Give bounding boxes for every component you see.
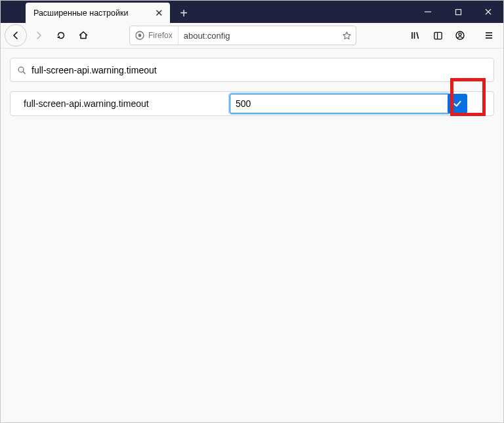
save-button[interactable] (448, 94, 467, 113)
url-identity-label: Firefox (148, 31, 173, 40)
about-config-content: full-screen-api.warning.timeout (1, 49, 503, 125)
search-icon (17, 66, 26, 75)
close-window-button[interactable] (473, 1, 503, 23)
window-titlebar: Расширенные настройки ✕ + (1, 1, 503, 23)
minimize-button[interactable] (413, 1, 443, 23)
firefox-logo-icon (135, 31, 144, 40)
config-search-box[interactable] (10, 58, 494, 82)
reload-button[interactable] (51, 25, 72, 46)
preference-name: full-screen-api.warning.timeout (24, 98, 230, 109)
close-tab-icon[interactable]: ✕ (153, 7, 165, 19)
navigation-toolbar: Firefox (1, 23, 503, 49)
svg-rect-1 (455, 9, 461, 14)
svg-line-8 (417, 32, 419, 39)
svg-line-17 (23, 71, 25, 73)
forward-button[interactable] (28, 25, 49, 46)
svg-rect-9 (434, 32, 441, 39)
preference-row: full-screen-api.warning.timeout (10, 91, 494, 116)
svg-point-5 (138, 34, 142, 37)
maximize-button[interactable] (443, 1, 473, 23)
back-button[interactable] (5, 24, 27, 47)
account-button[interactable] (450, 25, 471, 46)
browser-tab[interactable]: Расширенные настройки ✕ (26, 3, 170, 23)
url-input[interactable] (178, 26, 337, 45)
url-identity[interactable]: Firefox (130, 26, 178, 45)
config-search-input[interactable] (32, 58, 487, 81)
sidebar-button[interactable] (427, 25, 448, 46)
home-button[interactable] (73, 25, 94, 46)
url-bar[interactable]: Firefox (129, 26, 356, 45)
bookmark-star-icon[interactable] (337, 31, 356, 41)
new-tab-button[interactable]: + (174, 3, 194, 23)
preference-value-input[interactable] (230, 94, 450, 113)
window-controls (413, 1, 503, 23)
tab-title: Расширенные настройки (33, 9, 153, 18)
library-button[interactable] (405, 25, 426, 46)
app-menu-button[interactable] (478, 25, 499, 46)
svg-point-12 (459, 33, 461, 35)
check-icon (452, 98, 463, 109)
